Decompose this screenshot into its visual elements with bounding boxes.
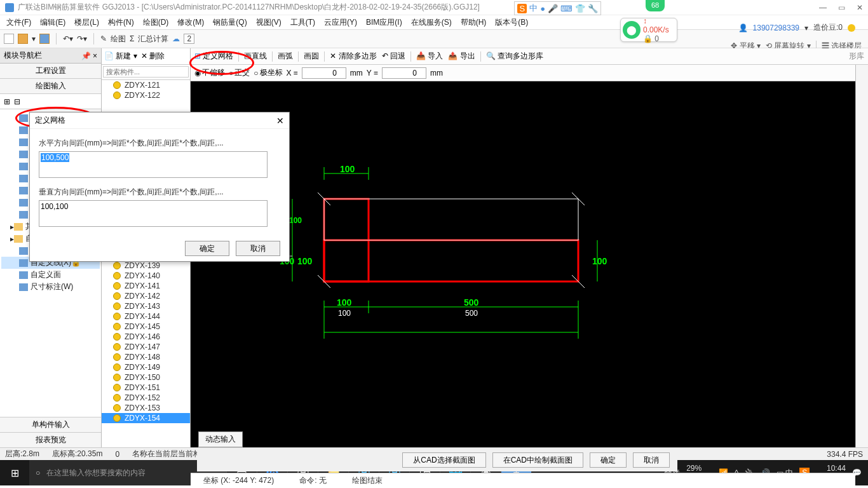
dialog-cancel-button[interactable]: 取消 (236, 241, 280, 256)
status-fps: 334.4 FPS (827, 450, 863, 459)
menu-draw[interactable]: 绘图(D) (139, 16, 173, 29)
draw-circle[interactable]: 画圆 (304, 51, 319, 62)
ime-mic-icon[interactable]: 🎤 (548, 4, 558, 13)
menu-modify[interactable]: 修改(M) (173, 16, 208, 29)
dialog-ok-button[interactable]: 确定 (185, 241, 229, 256)
comp-item[interactable]: ZDYX-147 (102, 342, 190, 352)
comp-item[interactable]: ZDYX-145 (102, 322, 190, 332)
cad-ok-button[interactable]: 确定 (590, 452, 627, 468)
coord-y-input[interactable] (382, 67, 426, 79)
dialog-close-icon[interactable]: ✕ (276, 116, 284, 126)
menu-tool[interactable]: 工具(T) (287, 16, 319, 29)
menu-cloud[interactable]: 云应用(Y) (320, 16, 361, 29)
draw-line[interactable]: 画直线 (244, 51, 267, 62)
menu-online[interactable]: 在线服务(S) (407, 16, 456, 29)
comp-item[interactable]: ZDYX-151 (102, 383, 190, 393)
cad-draw-button[interactable]: 在CAD中绘制截面图 (492, 452, 583, 468)
menu-file[interactable]: 文件(F) (3, 16, 35, 29)
open-icon[interactable] (18, 34, 28, 44)
comp-item[interactable]: ZDYX-142 (102, 291, 190, 301)
comp-item[interactable]: ZDYX-149 (102, 362, 190, 372)
menu-component[interactable]: 构件(N) (104, 16, 138, 29)
menu-rebar[interactable]: 钢筋量(Q) (209, 16, 250, 29)
ime-keyboard-icon[interactable]: ⌨ (560, 4, 573, 13)
comp-item[interactable]: ZDYX-139 (102, 261, 190, 271)
sigma-icon: Σ (130, 34, 134, 43)
ime-cn[interactable]: 中 (529, 3, 538, 14)
comp-item[interactable]: ZDYX-146 (102, 332, 190, 342)
export-btn[interactable]: 📤 导出 (448, 51, 475, 62)
query-poly[interactable]: 🔍 查询多边形库 (486, 51, 543, 62)
expand-icon[interactable]: ⊞ (4, 97, 10, 106)
comp-item[interactable]: ZDYX-121 (102, 80, 190, 90)
ime-sogou-icon[interactable]: S (517, 4, 527, 13)
dynamic-input-button[interactable]: 动态输入 (198, 431, 243, 447)
cad-select-button[interactable]: 从CAD选择截面图 (402, 452, 485, 468)
comp-item[interactable]: ZDYX-122 (102, 90, 190, 100)
new-icon[interactable] (4, 34, 14, 44)
menu-bim[interactable]: BIM应用(I) (362, 16, 406, 29)
nav-tab-draw[interactable]: 绘图输入 (0, 79, 101, 94)
comp-new[interactable]: 📄 新建 ▾ (104, 51, 137, 62)
tree-item[interactable]: 自定义面 (1, 269, 100, 281)
draw-tool-icon[interactable]: ✎ (100, 34, 107, 43)
draw-arc[interactable]: 画弧 (278, 51, 293, 62)
menu-edit[interactable]: 编辑(E) (36, 16, 69, 29)
comp-item[interactable]: ZDYX-140 (102, 271, 190, 281)
coord-x-input[interactable] (302, 67, 346, 79)
ime-tool-icon[interactable]: 🔧 (588, 4, 598, 13)
clear-poly[interactable]: ✕ 清除多边形 (330, 51, 376, 62)
radio-nomove[interactable]: ◉ 不偏移 (194, 67, 225, 78)
comp-item[interactable]: ZDYX-153 (102, 403, 190, 413)
nav-bottom-single[interactable]: 单构件输入 (0, 417, 101, 432)
drawing-canvas[interactable]: 100 100 100 100 100 100 100 500 500 (191, 81, 868, 447)
v-spacing-label: 垂直方向间距(mm)=>间距*个数,间距,间距*个数,间距,... (39, 187, 280, 198)
app-icon (5, 3, 14, 12)
network-widget[interactable]: ⬤ ↕ 0.00K/s 🔒 0 (620, 18, 677, 42)
cad-cancel-button[interactable]: 取消 (633, 452, 670, 468)
user-id[interactable]: 13907298339 (753, 24, 799, 32)
radio-ortho[interactable]: ○ 正交 (229, 67, 250, 78)
comp-item[interactable]: ZDYX-152 (102, 393, 190, 403)
ime-skin-icon[interactable]: 👕 (575, 4, 585, 13)
define-grid-button[interactable]: ⊞ 定义网格 (194, 51, 233, 62)
nav-bottom-report[interactable]: 报表预览 (0, 432, 101, 447)
minimize-button[interactable]: — (819, 3, 827, 12)
close-button[interactable]: ✕ (857, 3, 863, 12)
collapse-icon[interactable]: ⊟ (14, 97, 20, 106)
comp-del[interactable]: ✕ 删除 (141, 51, 165, 62)
import-btn[interactable]: 📥 导入 (416, 51, 443, 62)
comp-item[interactable]: ZDYX-141 (102, 281, 190, 291)
comp-item[interactable]: ZDYX-154 (102, 413, 190, 423)
sum-label[interactable]: 汇总计算 (138, 34, 168, 44)
right-sidebar[interactable] (855, 48, 868, 447)
nav-pin-icon[interactable]: 📌 × (81, 51, 97, 60)
comp-item[interactable]: ZDYX-150 (102, 372, 190, 383)
maximize-button[interactable]: ▭ (838, 3, 845, 12)
cloud-check-icon[interactable]: ☁ (172, 34, 180, 43)
menu-view[interactable]: 视图(V) (252, 16, 285, 29)
ime-toolbar[interactable]: S 中 ● 🎤 ⌨ 👕 🔧 (514, 1, 601, 15)
coin-icon (848, 24, 855, 32)
ime-punct[interactable]: ● (540, 4, 545, 13)
save-icon[interactable] (39, 34, 50, 44)
tree-item[interactable]: 尺寸标注(W) (1, 281, 100, 293)
radio-polar[interactable]: ○ 极坐标 (254, 67, 282, 78)
comp-item[interactable]: ZDYX-148 (102, 352, 190, 362)
nav-tab-project[interactable]: 工程设置 (0, 64, 101, 79)
shape-lib[interactable]: 形库 (849, 51, 864, 62)
comp-item[interactable]: ZDYX-143 (102, 301, 190, 311)
comp-item[interactable]: ZDYX-144 (102, 311, 190, 322)
h-spacing-value[interactable]: 100,500 (41, 153, 69, 162)
menu-help[interactable]: 帮助(H) (457, 16, 491, 29)
undo-icon[interactable]: ↶▾ (63, 34, 73, 43)
start-button[interactable]: ⊞ (0, 460, 29, 485)
menu-floor[interactable]: 楼层(L) (71, 16, 103, 29)
v-spacing-value[interactable]: 100,100 (41, 202, 68, 211)
user-area: 👤 13907298339 ▾ 造价豆:0 (738, 22, 855, 33)
comp-search-input[interactable] (103, 66, 189, 78)
redo-icon[interactable]: ↷▾ (77, 34, 87, 43)
menu-version[interactable]: 版本号(B) (491, 16, 532, 29)
draw-label[interactable]: 绘图 (111, 34, 126, 44)
undo-poly[interactable]: ↶ 回退 (382, 51, 405, 62)
